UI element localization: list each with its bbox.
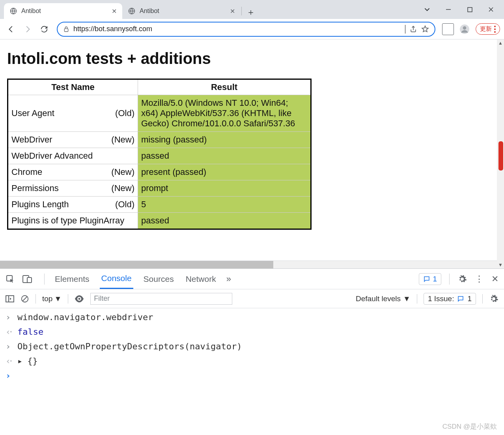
kebab-icon <box>494 26 496 33</box>
test-name-cell: Plugins is of type PluginArray <box>8 213 138 229</box>
new-tab-button[interactable]: ＋ <box>244 6 258 19</box>
test-result-cell: 5 <box>138 197 311 213</box>
device-icon[interactable] <box>22 275 32 283</box>
divider <box>417 294 417 304</box>
console-output-line: ▸ {} <box>0 354 504 368</box>
console-expression: window.navigator.webdriver <box>17 312 153 322</box>
test-name: WebDriver Advanced <box>11 151 93 161</box>
gear-icon[interactable] <box>489 294 498 304</box>
table-row: Plugins Length(Old)5 <box>8 197 311 213</box>
scroll-thumb[interactable] <box>498 141 503 171</box>
scroll-up-icon[interactable]: ▲ <box>497 39 504 47</box>
test-tag: (Old) <box>115 108 134 118</box>
col-result: Result <box>138 79 311 95</box>
tab-1[interactable]: Antibot ✕ <box>122 3 241 19</box>
scroll-down-icon[interactable]: ▼ <box>497 261 504 268</box>
prompt-in-icon <box>6 312 13 322</box>
reload-button[interactable] <box>37 22 51 36</box>
test-name-cell: WebDriver(New) <box>8 132 138 148</box>
sidebar-toggle-icon[interactable] <box>6 295 14 302</box>
caret-down-icon: ▼ <box>403 294 411 303</box>
console-result: {} <box>27 356 38 366</box>
close-icon[interactable]: ✕ <box>230 8 235 15</box>
svg-rect-3 <box>468 8 472 12</box>
table-row: Chrome(New)present (passed) <box>8 164 311 180</box>
issue-label: 1 Issue: <box>428 294 454 303</box>
address-bar[interactable]: https://bot.sannysoft.com <box>57 22 435 37</box>
test-name-cell: User Agent(Old) <box>8 95 138 132</box>
test-result-cell: Mozilla/5.0 (Windows NT 10.0; Win64; x64… <box>138 95 311 132</box>
console-input-line: Object.getOwnPropertyDescriptors(navigat… <box>0 339 504 354</box>
maximize-button[interactable] <box>459 2 480 17</box>
close-window-button[interactable] <box>480 2 502 17</box>
divider <box>68 294 68 304</box>
test-result-cell: present (passed) <box>138 164 311 180</box>
filter-input[interactable]: Filter <box>90 293 232 305</box>
tab-sources[interactable]: Sources <box>142 270 175 289</box>
gear-icon[interactable] <box>457 274 467 284</box>
log-levels-selector[interactable]: Default levels ▼ <box>356 294 411 303</box>
scroll-thumb[interactable] <box>0 261 273 268</box>
prompt-out-icon <box>6 356 13 366</box>
table-row: Plugins is of type PluginArraypassed <box>8 213 311 229</box>
svg-line-13 <box>23 296 27 301</box>
context-selector[interactable]: top ▼ <box>42 294 62 303</box>
vertical-scrollbar[interactable]: ▲ ▼ <box>497 39 504 268</box>
caret-down-icon[interactable] <box>416 2 438 17</box>
extensions-button[interactable] <box>441 22 455 36</box>
globe-icon <box>9 7 17 15</box>
page-content: Intoli.com tests + additions Test Name R… <box>0 39 504 235</box>
back-button[interactable] <box>4 22 18 36</box>
lock-icon <box>63 26 69 33</box>
test-name: Plugins Length <box>11 199 69 210</box>
test-tag: (New) <box>111 183 134 193</box>
text-cursor <box>405 25 405 34</box>
test-name-cell: Plugins Length(Old) <box>8 197 138 213</box>
col-name: Test Name <box>8 79 138 95</box>
console-expression: Object.getOwnPropertyDescriptors(navigat… <box>17 341 242 351</box>
profile-button[interactable] <box>457 22 472 36</box>
forward-button[interactable] <box>21 22 35 36</box>
test-tag: (New) <box>111 135 134 145</box>
filter-placeholder: Filter <box>94 294 110 303</box>
svg-point-6 <box>463 26 467 30</box>
svg-point-14 <box>78 298 80 300</box>
more-tabs-icon[interactable]: » <box>226 274 231 284</box>
test-name-cell: Permissions(New) <box>8 180 138 197</box>
prompt-out-icon <box>6 327 13 337</box>
console-output-line: false <box>0 324 504 339</box>
messages-badge[interactable]: 1 <box>419 273 441 285</box>
browser-toolbar: https://bot.sannysoft.com 更新 <box>0 19 504 39</box>
test-name: WebDriver <box>11 135 52 145</box>
test-result-cell: passed <box>138 148 311 164</box>
devtools-tabbar: Elements Console Sources Network » 1 ⋮ ✕ <box>0 269 504 289</box>
bookmark-icon[interactable] <box>421 25 429 33</box>
console-prompt-line[interactable]: › <box>0 368 504 383</box>
table-row: Permissions(New)prompt <box>8 180 311 197</box>
tab-0[interactable]: Antibot ✕ <box>4 3 122 19</box>
issues-badge[interactable]: 1 Issue: 1 <box>424 293 476 305</box>
svg-rect-4 <box>64 28 68 31</box>
tab-elements[interactable]: Elements <box>53 270 91 289</box>
test-name: User Agent <box>11 108 54 118</box>
minimize-button[interactable] <box>438 2 459 17</box>
page-title: Intoli.com tests + additions <box>7 50 497 68</box>
table-row: WebDriver(New)missing (passed) <box>8 132 311 148</box>
expand-icon[interactable]: ▸ <box>17 356 22 366</box>
kebab-icon[interactable]: ⋮ <box>475 274 483 284</box>
eye-icon[interactable] <box>75 295 84 302</box>
tab-console[interactable]: Console <box>100 269 133 289</box>
issue-count: 1 <box>467 294 472 303</box>
divider <box>35 294 36 304</box>
inspect-icon[interactable] <box>6 274 15 284</box>
tab-network[interactable]: Network <box>184 270 218 289</box>
horizontal-scrollbar[interactable] <box>0 261 497 268</box>
clear-console-icon[interactable] <box>21 294 29 303</box>
context-label: top <box>42 294 52 303</box>
window-controls <box>416 0 504 19</box>
share-icon[interactable] <box>409 25 417 33</box>
close-icon[interactable]: ✕ <box>112 8 117 15</box>
test-result-cell: passed <box>138 213 311 229</box>
close-devtools-icon[interactable]: ✕ <box>491 274 498 284</box>
update-button[interactable]: 更新 <box>476 23 500 35</box>
